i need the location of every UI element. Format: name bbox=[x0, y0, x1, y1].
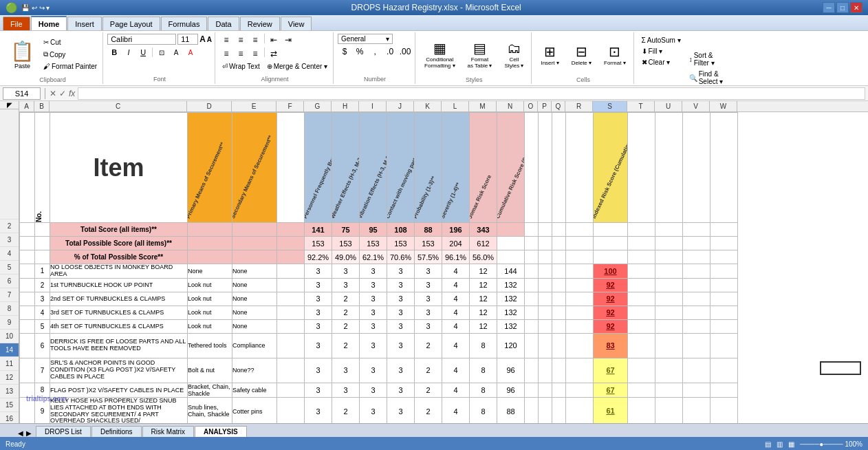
cell-c5[interactable]: NO LOOSE OBJECTS IN MONKEY BOARD AREA bbox=[50, 264, 188, 279]
cell-c2[interactable]: Total Score (all items)** bbox=[50, 223, 188, 237]
cell-t6[interactable] bbox=[628, 278, 655, 292]
cell-g6[interactable]: 3 bbox=[305, 278, 332, 292]
wrap-text-button[interactable]: ⏎ Wrap Text bbox=[219, 61, 263, 72]
cell-t2[interactable] bbox=[628, 223, 655, 237]
cell-n5[interactable]: 144 bbox=[497, 264, 525, 279]
percent-btn[interactable]: % bbox=[353, 45, 367, 58]
cell-v6[interactable] bbox=[683, 278, 710, 292]
cell-d4[interactable] bbox=[188, 250, 232, 264]
cell-b6[interactable]: 2 bbox=[35, 278, 50, 292]
sort-filter-button[interactable]: ↕ Sort &Filter ▾ bbox=[686, 50, 727, 68]
formula-input[interactable] bbox=[78, 87, 865, 100]
cell-f4[interactable] bbox=[277, 250, 305, 264]
cell-k3[interactable]: 153 bbox=[415, 237, 442, 250]
cell-u5[interactable] bbox=[655, 264, 683, 279]
cell-o2[interactable] bbox=[525, 223, 539, 237]
cell-a4[interactable] bbox=[20, 250, 35, 264]
col-header-d[interactable]: D bbox=[187, 101, 232, 111]
cell-d3[interactable] bbox=[188, 237, 232, 250]
font-color-btn[interactable]: A bbox=[184, 46, 197, 58]
cell-s1[interactable]: Indexed Risk Score (Cumulating Score(84)… bbox=[594, 113, 628, 223]
cancel-formula-icon[interactable]: ✕ bbox=[50, 89, 56, 98]
cell-r3[interactable] bbox=[566, 237, 594, 250]
cell-b2[interactable] bbox=[35, 223, 50, 237]
cell-n6[interactable]: 132 bbox=[497, 278, 525, 292]
cell-o4[interactable] bbox=[525, 250, 539, 264]
cell-k1[interactable]: Probability (1-3)** bbox=[415, 113, 442, 223]
cell-s6[interactable]: 92 bbox=[594, 278, 628, 292]
format-button[interactable]: ⊡ Format ▾ bbox=[599, 34, 631, 75]
decrease-font-btn[interactable]: A bbox=[207, 36, 212, 43]
cell-g3[interactable]: 153 bbox=[305, 237, 332, 250]
col-header-f[interactable]: F bbox=[276, 101, 304, 111]
align-mid-right-btn[interactable]: ≡ bbox=[248, 47, 262, 60]
cell-s2[interactable] bbox=[594, 223, 628, 237]
col-header-t[interactable]: T bbox=[627, 101, 655, 111]
cell-m2[interactable]: 343 bbox=[470, 223, 497, 237]
tab-page-layout[interactable]: Page Layout bbox=[102, 17, 160, 30]
cell-f2[interactable] bbox=[277, 223, 305, 237]
cell-e3[interactable] bbox=[232, 237, 277, 250]
tab-file[interactable]: File bbox=[3, 17, 30, 30]
cell-r5[interactable] bbox=[566, 264, 594, 279]
cell-c4[interactable]: % of Total Possible Score** bbox=[50, 250, 188, 264]
window-controls[interactable]: ─ □ ✕ bbox=[823, 2, 862, 13]
cell-b5[interactable]: 1 bbox=[35, 264, 50, 279]
cell-f5[interactable] bbox=[277, 264, 305, 279]
cell-u4[interactable] bbox=[655, 250, 683, 264]
cell-q6[interactable] bbox=[552, 278, 566, 292]
tab-analysis[interactable]: ANALYSIS bbox=[195, 426, 247, 437]
col-header-w[interactable]: W bbox=[710, 101, 737, 111]
cell-l4[interactable]: 96.1% bbox=[442, 250, 470, 264]
cell-v1[interactable] bbox=[683, 113, 710, 223]
cell-w6[interactable] bbox=[710, 278, 738, 292]
cell-t5[interactable] bbox=[628, 264, 655, 279]
tab-risk-matrix[interactable]: Risk Matrix bbox=[142, 426, 194, 437]
enter-formula-icon[interactable]: ✓ bbox=[59, 89, 66, 98]
format-as-table-button[interactable]: ▤ Formatas Table ▾ bbox=[463, 34, 497, 75]
font-size-selector[interactable]: 11 bbox=[177, 34, 198, 45]
align-mid-center-btn[interactable]: ≡ bbox=[234, 47, 248, 60]
col-header-k[interactable]: K bbox=[414, 101, 442, 111]
cell-b1[interactable]: No. bbox=[35, 113, 50, 223]
align-top-center-btn[interactable]: ≡ bbox=[234, 34, 248, 46]
tab-home[interactable]: Home bbox=[31, 16, 67, 30]
cell-styles-button[interactable]: 🗂 CellStyles ▾ bbox=[499, 34, 528, 75]
tab-view[interactable]: View bbox=[281, 17, 312, 30]
fill-button[interactable]: ⬇ Fill ▾ bbox=[638, 46, 684, 56]
fill-color-btn[interactable]: A bbox=[169, 46, 183, 58]
find-select-button[interactable]: 🔍 Find &Select ▾ bbox=[686, 69, 727, 87]
col-header-b[interactable]: B bbox=[34, 101, 50, 111]
cell-j5[interactable]: 3 bbox=[387, 264, 415, 279]
cell-p1[interactable] bbox=[539, 113, 552, 223]
cell-v3[interactable] bbox=[683, 237, 710, 250]
cell-p5[interactable] bbox=[539, 264, 552, 279]
col-header-p[interactable]: P bbox=[538, 101, 552, 111]
col-header-l[interactable]: L bbox=[442, 101, 469, 111]
cell-w1[interactable] bbox=[710, 113, 738, 223]
cell-l5[interactable]: 4 bbox=[442, 264, 470, 279]
cell-j1[interactable]: Contact with moving parts? (H-3, M-2, L-… bbox=[387, 113, 415, 223]
cell-j2[interactable]: 108 bbox=[387, 223, 415, 237]
cell-i5[interactable]: 3 bbox=[360, 264, 387, 279]
cell-j4[interactable]: 70.6% bbox=[387, 250, 415, 264]
cell-n3[interactable] bbox=[497, 237, 525, 250]
col-header-h[interactable]: H bbox=[332, 101, 359, 111]
col-header-a[interactable]: A bbox=[19, 101, 34, 111]
cell-w3[interactable] bbox=[710, 237, 738, 250]
col-header-j[interactable]: J bbox=[387, 101, 414, 111]
delete-button[interactable]: ⊟ Delete ▾ bbox=[567, 34, 596, 75]
view-normal-btn[interactable]: ▤ bbox=[765, 440, 771, 448]
cell-l2[interactable]: 196 bbox=[442, 223, 470, 237]
paste-button[interactable]: 📋 Paste bbox=[6, 34, 39, 75]
cell-g1[interactable]: Personnel Frequently Beneath? (H-3, M-2,… bbox=[305, 113, 332, 223]
cell-d2[interactable] bbox=[188, 223, 232, 237]
font-name-selector[interactable]: Calibri bbox=[107, 34, 176, 45]
cell-u1[interactable] bbox=[655, 113, 683, 223]
cell-j3[interactable]: 153 bbox=[387, 237, 415, 250]
cell-q3[interactable] bbox=[552, 237, 566, 250]
col-header-m[interactable]: M bbox=[469, 101, 497, 111]
number-format-selector[interactable]: General▾ bbox=[338, 34, 393, 44]
cell-a5[interactable] bbox=[20, 264, 35, 279]
close-btn[interactable]: ✕ bbox=[850, 2, 862, 13]
